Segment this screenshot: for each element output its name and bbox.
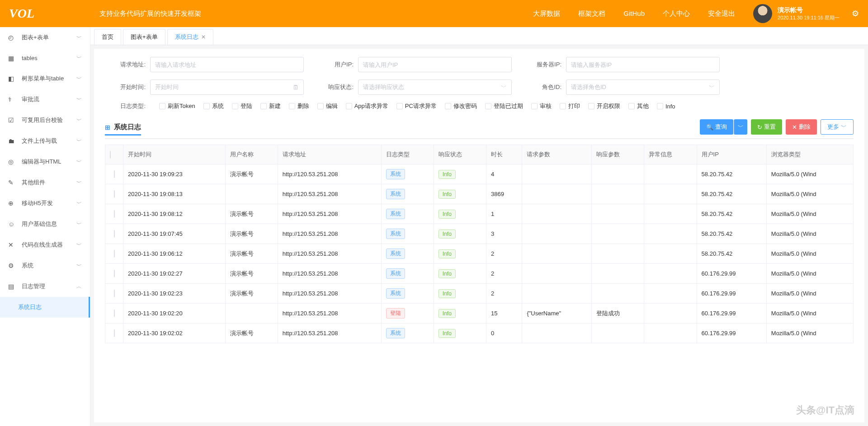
cell-ip: 58.20.75.42 [697,224,766,244]
table-row[interactable]: 2020-11-30 19:02:20 http://120.53.251.20… [105,304,854,323]
sidebar-item[interactable]: ⊕移动H5开发﹀ [0,193,90,214]
table-row[interactable]: 2020-11-30 19:02:23 演示帐号 http://120.53.2… [105,284,854,304]
cell-res [592,224,644,244]
checkbox-box [159,103,165,109]
table-row[interactable]: 2020-11-30 19:07:45 演示帐号 http://120.53.2… [105,224,854,244]
checkbox-item[interactable]: 系统 [203,102,224,110]
table-row[interactable]: 2020-11-30 19:02:27 演示帐号 http://120.53.2… [105,264,854,284]
type-tag: 系统 [386,328,405,338]
row-checkbox[interactable] [105,224,123,244]
row-checkbox[interactable] [105,184,123,204]
status-tag: Info [439,289,456,298]
table-header: 异常信息 [644,145,697,164]
cell-ip: 60.176.29.99 [697,284,766,304]
checkbox-item[interactable]: 打印 [560,102,580,110]
checkbox-item[interactable]: 登陆已过期 [485,102,523,110]
row-checkbox[interactable] [105,284,123,304]
table-row[interactable]: 2020-11-30 19:09:23 演示帐号 http://120.53.2… [105,164,854,184]
row-checkbox[interactable] [105,264,123,284]
sidebar-item-label: 移动H5开发 [22,199,76,207]
cell-duration: 2 [486,244,522,264]
sidebar-item[interactable]: ◧树形菜单与table﹀ [0,68,90,89]
sidebar-item-label: 文件上传与载 [22,137,76,145]
sidebar-item[interactable]: ✕代码在线生成器﹀ [0,234,90,255]
response-status-select[interactable]: 请选择响应状态 ﹀ [358,80,512,95]
status-tag: Info [439,190,456,199]
checkbox-item[interactable]: 开启权限 [588,102,620,110]
search-dropdown-button[interactable]: ﹀ [734,119,747,135]
main-content: 首页图表+表单系统日志✕ 请求地址: 用户IP: 服务器IP: [90,27,868,426]
table-row[interactable]: 2020-11-30 19:08:12 演示帐号 http://120.53.2… [105,204,854,224]
search-button[interactable]: 🔍查询 [700,119,733,135]
checkbox-label: Info [665,103,675,110]
row-checkbox[interactable] [105,323,123,343]
top-nav-item[interactable]: 框架文档 [578,9,605,18]
table-row[interactable]: 2020-11-30 19:06:12 演示帐号 http://120.53.2… [105,244,854,264]
top-nav-item[interactable]: GitHub [623,9,645,18]
search-form: 请求地址: 用户IP: 服务器IP: 开始时间: [105,57,854,110]
sidebar-item[interactable]: ☺用户基础信息﹀ [0,214,90,234]
top-nav-item[interactable]: 大屏数据 [533,9,560,18]
cell-req [522,323,592,343]
role-id-select[interactable]: 请选择角色ID ﹀ [566,80,720,95]
row-checkbox[interactable] [105,244,123,264]
sidebar-item[interactable]: ▤日志管理︿ [0,276,90,297]
checkbox-box [445,103,451,109]
row-checkbox[interactable] [105,204,123,224]
sidebar-item[interactable]: ⚕审批流﹀ [0,89,90,110]
reset-button[interactable]: ↻重置 [751,119,782,135]
server-ip-input[interactable] [566,57,720,72]
sidebar-item[interactable]: ◎编辑器与HTML﹀ [0,151,90,172]
sidebar-icon: ◧ [8,75,17,82]
cell-type: 系统 [381,184,434,204]
sidebar-item[interactable]: ✎其他组件﹀ [0,172,90,193]
section-header: ⊞ 系统日志 🔍查询 ﹀ ↻重置 ✕删除 更多 ﹀ [105,119,854,139]
sidebar-item[interactable]: ☑可复用后台校验﹀ [0,110,90,131]
checkbox-item[interactable]: 审核 [531,102,552,110]
cell-ip: 60.176.29.99 [697,323,766,343]
cell-req [522,244,592,264]
cell-type: 系统 [381,244,434,264]
checkbox-item[interactable]: 删除 [289,102,309,110]
select-all-header[interactable] [105,145,123,164]
checkbox-item[interactable]: 登陆 [232,102,252,110]
checkbox-item[interactable]: PC请求异常 [396,102,437,110]
checkbox-item[interactable]: 编辑 [317,102,338,110]
checkbox-item[interactable]: App请求异常 [346,102,388,110]
avatar[interactable] [753,4,772,23]
sidebar-item[interactable]: 🖿文件上传与载﹀ [0,131,90,151]
cell-time: 2020-11-30 19:09:23 [123,164,226,184]
sidebar-item[interactable]: ⚙系统﹀ [0,255,90,276]
cell-url: http://120.53.251.208 [278,304,381,323]
request-url-input[interactable] [150,57,304,72]
gear-icon[interactable]: ⚙ [852,9,859,19]
sidebar-item-active[interactable]: 系统日志 [0,297,90,318]
tab[interactable]: 图表+表单 [123,29,165,45]
sidebar-item[interactable]: ◴图表+表单﹀ [0,27,90,48]
top-nav-item[interactable]: 个人中心 [663,9,690,18]
checkbox-item[interactable]: 刷新Token [159,102,195,110]
more-button[interactable]: 更多 ﹀ [821,119,854,135]
top-nav-item[interactable]: 安全退出 [708,9,735,18]
cell-status: Info [434,164,486,184]
checkbox-item[interactable]: Info [657,103,675,110]
cell-res [592,323,644,343]
table-row[interactable]: 2020-11-30 19:08:13 http://120.53.251.20… [105,184,854,204]
tab[interactable]: 系统日志✕ [167,29,213,45]
checkbox-label: 打印 [568,102,580,110]
tab[interactable]: 首页 [94,29,121,45]
user-ip-input[interactable] [358,57,512,72]
checkbox-item[interactable]: 修改密码 [445,102,477,110]
checkbox-label: 系统 [212,102,224,110]
row-checkbox[interactable] [105,164,123,184]
checkbox-item[interactable]: 其他 [628,102,649,110]
checkbox-item[interactable]: 新建 [260,102,281,110]
sidebar-item[interactable]: ▦tables﹀ [0,48,90,68]
row-checkbox[interactable] [105,304,123,323]
table-row[interactable]: 2020-11-30 19:02:02 演示帐号 http://120.53.2… [105,323,854,343]
delete-button[interactable]: ✕删除 [786,119,817,135]
close-icon[interactable]: ✕ [201,34,206,40]
type-tag: 系统 [386,169,405,179]
start-time-input[interactable]: 开始时间 🗓 [150,80,304,95]
start-time-label: 开始时间: [105,83,146,91]
